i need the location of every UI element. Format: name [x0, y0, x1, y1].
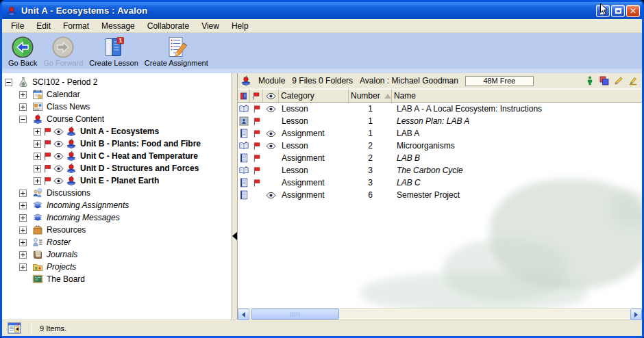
- menu-edit[interactable]: Edit: [30, 20, 57, 32]
- scrollbar-track[interactable]: [249, 309, 630, 320]
- tree-item-unit-b-plants-food-and-fibre[interactable]: Unit B - Plants: Food and Fibre: [2, 138, 232, 150]
- title-bar[interactable]: Unit A - Ecosystems : Avalon ✕: [2, 2, 642, 19]
- column-category[interactable]: Category: [279, 90, 349, 102]
- tree-item-incoming-messages[interactable]: Incoming Messages: [2, 211, 232, 224]
- pencil-icon[interactable]: [614, 76, 623, 86]
- open-book-icon: [239, 104, 249, 114]
- expand-toggle-icon[interactable]: [34, 153, 41, 160]
- flag-icon: [253, 154, 261, 163]
- tree-item-roster[interactable]: Roster: [2, 236, 232, 248]
- expand-toggle-icon[interactable]: [19, 91, 27, 99]
- open-book-icon: [239, 141, 249, 151]
- expand-toggle-icon[interactable]: [19, 190, 27, 197]
- go-forward-icon: [51, 36, 75, 59]
- news-icon: [32, 101, 43, 112]
- expand-toggle-icon[interactable]: [19, 251, 27, 259]
- tree-item-class-news[interactable]: Class News: [2, 101, 232, 113]
- expand-toggle-icon[interactable]: [19, 226, 27, 234]
- tree-item-label: Unit C - Heat and Temperature: [80, 151, 198, 161]
- pen-icon[interactable]: [628, 76, 638, 86]
- folder-counts: 9 Files 0 Folders: [292, 76, 353, 86]
- tree-item-unit-c-heat-and-temperature[interactable]: Unit C - Heat and Temperature: [2, 150, 232, 162]
- panel-splitter[interactable]: [232, 73, 238, 320]
- eye-icon: [53, 165, 64, 172]
- menu-collaborate[interactable]: Collaborate: [141, 20, 195, 32]
- category-cell: Assignment: [279, 129, 349, 138]
- toggle-panel-icon[interactable]: [8, 322, 21, 334]
- collapse-panel-arrow-icon[interactable]: [232, 232, 237, 240]
- module-icon: [240, 75, 251, 86]
- collapse-toggle-icon[interactable]: [19, 116, 27, 123]
- column-flag[interactable]: [250, 90, 263, 102]
- menu-file[interactable]: File: [5, 20, 30, 32]
- list-row-microorganisms[interactable]: Lesson2Microorganisms: [238, 140, 642, 152]
- expand-toggle-icon[interactable]: [34, 128, 41, 135]
- flag-column-icon: [252, 92, 260, 101]
- expand-toggle-icon[interactable]: [34, 177, 41, 185]
- expand-toggle-icon[interactable]: [19, 263, 27, 271]
- flag-icon: [253, 117, 261, 126]
- tree-item-sci102-period-2[interactable]: SCI102 - Period 2: [2, 76, 232, 88]
- column-number[interactable]: Number: [349, 90, 392, 102]
- go-back-button[interactable]: Go Back: [6, 35, 39, 67]
- sort-ascending-icon: [384, 94, 391, 99]
- name-cell: LAB B: [392, 153, 642, 163]
- scroll-left-button[interactable]: [238, 309, 249, 320]
- create-lesson-button[interactable]: 1Create Lesson: [87, 35, 140, 67]
- tree-item-resources[interactable]: Resources: [2, 224, 232, 236]
- tree-item-label: Course Content: [47, 114, 104, 124]
- tree-item-calendar[interactable]: Calendar: [2, 88, 232, 101]
- tree-item-unit-a-ecosystems[interactable]: Unit A - Ecosystems: [2, 125, 232, 138]
- expand-toggle-icon[interactable]: [19, 202, 27, 209]
- column-item-type[interactable]: [238, 90, 250, 102]
- list-row-semester-project[interactable]: Assignment6Semester Project: [238, 189, 642, 201]
- scroll-right-button[interactable]: [630, 309, 642, 320]
- expand-toggle-icon[interactable]: [34, 165, 41, 172]
- free-space-indicator: 48M Free: [465, 76, 534, 86]
- apple-books-icon: [66, 163, 77, 174]
- windows-icon[interactable]: [599, 76, 609, 86]
- list-row-lab-a[interactable]: Assignment1LAB A: [238, 127, 642, 140]
- list-row-lesson-plan-lab-a[interactable]: Lesson1Lesson Plan: LAB A: [238, 115, 642, 127]
- name-cell: LAB A: [392, 129, 642, 138]
- flag-cell: [250, 117, 263, 126]
- menu-message[interactable]: Message: [95, 20, 141, 32]
- create-assignment-button[interactable]: Create Assignment: [143, 35, 210, 67]
- expand-toggle-icon[interactable]: [19, 214, 27, 222]
- collapse-toggle-icon[interactable]: [5, 79, 12, 86]
- tree-item-unit-d-structures-and-forces[interactable]: Unit D - Structures and Forces: [2, 162, 232, 174]
- menu-view[interactable]: View: [195, 20, 225, 32]
- expand-toggle-icon[interactable]: [19, 103, 27, 111]
- column-watch[interactable]: [263, 90, 279, 102]
- tree-item-journals[interactable]: Journals: [2, 248, 232, 261]
- list-row-lab-a-a-local-ecosystem-instructions[interactable]: Lesson1LAB A - A Local Ecosystem: Instru…: [238, 103, 642, 115]
- expand-toggle-icon[interactable]: [34, 140, 41, 148]
- column-name[interactable]: Name: [392, 90, 642, 102]
- number-cell: 1: [349, 116, 392, 126]
- watch-cell: [263, 142, 279, 150]
- tree-item-projects[interactable]: Projects: [2, 261, 232, 273]
- tree-item-unit-e-planet-earth[interactable]: Unit E - Planet Earth: [2, 174, 232, 187]
- flag-icon: [253, 142, 261, 151]
- file-list-area: Lesson1LAB A - A Local Ecosystem: Instru…: [238, 103, 642, 308]
- tree-item-course-content[interactable]: Course Content: [2, 113, 232, 125]
- category-cell: Assignment: [279, 178, 349, 187]
- tree-item-label: Unit D - Structures and Forces: [80, 164, 199, 173]
- list-row-lab-b[interactable]: Assignment2LAB B: [238, 152, 642, 164]
- main-area: SCI102 - Period 2CalendarClass NewsCours…: [2, 73, 642, 320]
- scrollbar-thumb[interactable]: [251, 309, 339, 320]
- list-row-the-carbon-cycle[interactable]: Lesson3The Carbon Cycle: [238, 164, 642, 177]
- list-row-lab-c[interactable]: Assignment3LAB C: [238, 177, 642, 189]
- tree-item-the-board[interactable]: The Board: [2, 273, 232, 285]
- maximize-button[interactable]: [611, 5, 625, 17]
- item-type-cell: [238, 153, 250, 163]
- menu-format[interactable]: Format: [57, 20, 95, 32]
- person-icon[interactable]: [585, 76, 595, 86]
- create-assignment-icon: [164, 36, 188, 59]
- tree-item-discussions[interactable]: Discussions: [2, 187, 232, 199]
- menu-help[interactable]: Help: [225, 20, 255, 32]
- close-button[interactable]: ✕: [626, 5, 640, 17]
- tree-item-incoming-assignments[interactable]: Incoming Assignments: [2, 199, 232, 211]
- expand-toggle-icon[interactable]: [19, 239, 27, 246]
- column-number-label: Number: [351, 91, 380, 101]
